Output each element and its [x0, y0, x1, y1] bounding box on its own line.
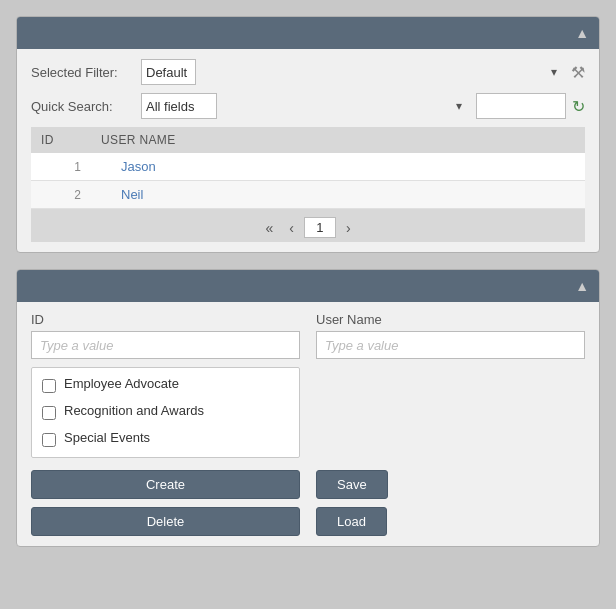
left-buttons: Create Delete: [31, 470, 300, 536]
bottom-buttons: Create Delete Save Load: [31, 470, 585, 536]
checkbox-label-cb2[interactable]: Recognition and Awards: [64, 403, 204, 418]
pagination: « ‹ 1 ›: [31, 209, 585, 242]
first-page-button[interactable]: «: [259, 218, 279, 238]
load-button[interactable]: Load: [316, 507, 387, 536]
id-field-label: ID: [31, 312, 300, 327]
bottom-panel-body: ID Employee Advocate Recognition and Awa…: [17, 302, 599, 546]
table-header-row: ID USER NAME: [31, 127, 585, 153]
quick-search-label: Quick Search:: [31, 99, 141, 114]
checkbox-cb1[interactable]: [42, 379, 56, 393]
quick-search-input[interactable]: [476, 93, 566, 119]
checkbox-cb3[interactable]: [42, 433, 56, 447]
right-buttons: Save Load: [316, 470, 585, 536]
cell-id: 1: [31, 153, 91, 181]
top-panel-collapse-icon[interactable]: ▲: [575, 25, 589, 41]
checkbox-cb2[interactable]: [42, 406, 56, 420]
col-header-username: USER NAME: [91, 127, 585, 153]
delete-button[interactable]: Delete: [31, 507, 300, 536]
current-page: 1: [304, 217, 336, 238]
checkbox-group: Employee Advocate Recognition and Awards…: [31, 367, 300, 458]
quick-search-select[interactable]: All fields ID User Name: [141, 93, 217, 119]
id-field[interactable]: [31, 331, 300, 359]
top-panel: ▲ Selected Filter: Default Custom All ⚒ …: [16, 16, 600, 253]
checkbox-label-cb1[interactable]: Employee Advocate: [64, 376, 179, 391]
quick-search-row: Quick Search: All fields ID User Name ↻: [31, 93, 585, 119]
checkbox-item: Employee Advocate: [42, 376, 289, 395]
form-fields-row: ID Employee Advocate Recognition and Awa…: [31, 312, 585, 458]
filter-select-wrapper: Default Custom All: [141, 59, 563, 85]
next-page-button[interactable]: ›: [340, 218, 357, 238]
username-field-label: User Name: [316, 312, 585, 327]
table-row[interactable]: 2 Neil: [31, 181, 585, 209]
bottom-panel-collapse-icon[interactable]: ▲: [575, 278, 589, 294]
user-table: ID USER NAME 1 Jason 2 Neil: [31, 127, 585, 209]
checkbox-group-container: Employee Advocate Recognition and Awards…: [31, 367, 300, 458]
top-panel-header: ▲: [17, 17, 599, 49]
prev-page-button[interactable]: ‹: [283, 218, 300, 238]
filter-row: Selected Filter: Default Custom All ⚒: [31, 59, 585, 85]
cell-username: Jason: [91, 153, 585, 181]
id-form-group: ID Employee Advocate Recognition and Awa…: [31, 312, 300, 458]
col-header-id: ID: [31, 127, 91, 153]
filter-label: Selected Filter:: [31, 65, 141, 80]
save-button[interactable]: Save: [316, 470, 388, 499]
refresh-icon[interactable]: ↻: [572, 97, 585, 116]
table-row[interactable]: 1 Jason: [31, 153, 585, 181]
username-field[interactable]: [316, 331, 585, 359]
create-button[interactable]: Create: [31, 470, 300, 499]
wrench-icon[interactable]: ⚒: [571, 63, 585, 82]
quick-search-select-wrapper: All fields ID User Name: [141, 93, 468, 119]
checkbox-item: Special Events: [42, 430, 289, 449]
cell-id: 2: [31, 181, 91, 209]
checkbox-label-cb3[interactable]: Special Events: [64, 430, 150, 445]
checkbox-item: Recognition and Awards: [42, 403, 289, 422]
cell-username: Neil: [91, 181, 585, 209]
filter-select[interactable]: Default Custom All: [141, 59, 196, 85]
bottom-panel: ▲ ID Employee Advocate Recognition and A…: [16, 269, 600, 547]
top-panel-body: Selected Filter: Default Custom All ⚒ Qu…: [17, 49, 599, 252]
username-form-group: User Name: [316, 312, 585, 458]
bottom-panel-header: ▲: [17, 270, 599, 302]
